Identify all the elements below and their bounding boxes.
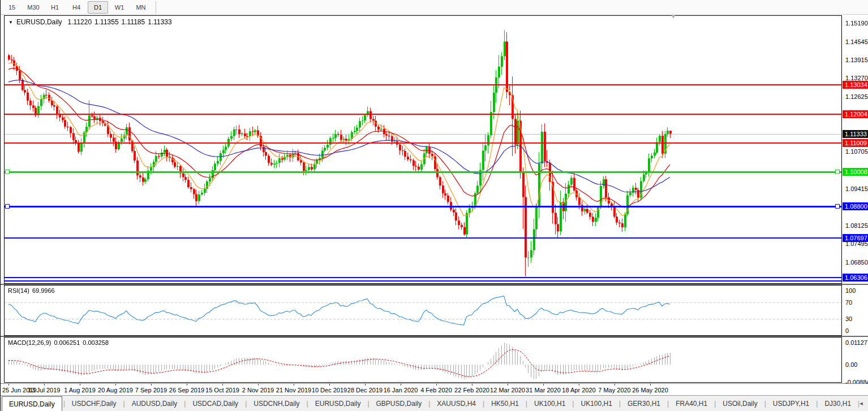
date-axis-label: 21 Nov 2019	[276, 387, 311, 393]
rsi-value: 69.9966	[32, 287, 55, 294]
chart-tab-usdchf-daily[interactable]: USDCHF,Daily	[65, 396, 123, 411]
chart-tab-ger30-h1[interactable]: GER30,H1	[621, 396, 667, 411]
rsi-header: RSI(14) 69.9966	[8, 287, 55, 294]
chart-tab-uk100-h1[interactable]: UK100,H1	[527, 396, 572, 411]
timeframe-button-M30[interactable]: M30	[23, 1, 44, 14]
rsi-chart-canvas[interactable]	[5, 285, 841, 335]
price-chart-pane: ▼ EURUSD,Daily 1.11220 1.11355 1.11185 1…	[4, 15, 842, 284]
rsi-axis-label: 30	[845, 315, 852, 322]
date-axis-label: 20 Aug 2019	[98, 387, 133, 393]
chart-tab-fra40-h1[interactable]: FRA40,H1	[669, 396, 714, 411]
chart-tab-xauusd-h4[interactable]: XAUUSD,H4	[430, 396, 483, 411]
tab-scroll-arrows: ◂▸	[860, 396, 868, 411]
macd-label: MACD(12,26,9)	[8, 339, 51, 346]
chart-tab-gbpusd-daily[interactable]: GBPUSD,Daily	[369, 396, 429, 411]
macd-main-value: 0.006251	[54, 339, 80, 346]
macd-header: MACD(12,26,9) 0.006251 0.003258	[8, 339, 109, 346]
price-axis-label: 1.06850	[845, 259, 868, 266]
date-axis-label: 12 Mar 2020	[490, 387, 525, 393]
ohlc-close: 1.11333	[148, 18, 172, 26]
rsi-axis-label: 70	[845, 299, 852, 306]
date-tick	[650, 384, 651, 386]
timeframe-button-MN[interactable]: MN	[131, 1, 151, 14]
chart-symbol-period: EURUSD,Daily	[16, 18, 62, 26]
date-axis-label: 4 Feb 2020	[420, 387, 452, 393]
rsi-axis-label: 0	[845, 327, 849, 334]
toolbar-separator	[156, 1, 156, 14]
timeframe-button-W1[interactable]: W1	[109, 1, 130, 14]
chart-tab-usoil-daily[interactable]: USOil,Daily	[716, 396, 764, 411]
date-axis-label: 7 Sep 2019	[135, 387, 167, 393]
mt4-window: 15M30H1H4D1W1MN ▼ EURUSD,Daily 1.11220 1…	[0, 0, 868, 411]
chart-tab-usdcad-daily[interactable]: USDCAD,Daily	[186, 396, 245, 411]
chart-title: ▼ EURUSD,Daily 1.11220 1.11355 1.11185 1…	[8, 18, 175, 26]
price-level-badge: 1.12004	[843, 110, 868, 118]
timeframe-button-D1[interactable]: D1	[88, 1, 108, 14]
macd-signal-value: 0.003258	[83, 339, 109, 346]
chart-tab-audusd-daily[interactable]: AUDUSD,Daily	[125, 396, 184, 411]
timeframe-buttons: 15M30H1H4D1W1MN	[1, 1, 152, 14]
chart-tab-eurusd-daily[interactable]: EURUSD,Daily	[308, 396, 368, 411]
timeframe-button-15[interactable]: 15	[2, 1, 22, 14]
chart-tab-eurusd-daily[interactable]: EURUSD,Daily	[2, 396, 62, 411]
date-axis-label: 28 Dec 2019	[347, 387, 383, 393]
date-axis-label: 26 May 2020	[632, 387, 668, 393]
date-tick	[543, 384, 544, 386]
date-tick	[615, 384, 615, 386]
date-tick	[80, 384, 80, 386]
price-level-badge: 1.11333	[843, 130, 868, 138]
ohlc-high: 1.11355	[94, 18, 119, 26]
date-tick	[579, 384, 579, 386]
date-axis-label: 1 Aug 2019	[64, 387, 96, 393]
chart-tab-hk50-h1[interactable]: HK50,H1	[484, 396, 526, 411]
rsi-pane: RSI(14) 69.9966	[4, 285, 842, 336]
date-axis-label: 31 Mar 2020	[526, 387, 561, 393]
chart-tab-dj30-h1[interactable]: DJ30,H1	[818, 396, 858, 411]
date-axis-label: 2 Nov 2019	[242, 387, 274, 393]
date-axis-label: 10 Dec 2019	[312, 387, 347, 393]
chart-shift-marker-icon: ▼	[671, 14, 676, 20]
chart-tab-usdcnh-daily[interactable]: USDCNH,Daily	[247, 396, 306, 411]
price-axis-label: 1.15190	[845, 20, 868, 27]
date-tick	[258, 384, 259, 386]
date-axis-label: 7 May 2020	[598, 387, 630, 393]
rsi-axis: 10070300	[843, 285, 868, 336]
price-axis-label: 1.08125	[845, 222, 868, 229]
date-axis-label: 15 Oct 2019	[205, 387, 239, 393]
ohlc-low: 1.11185	[122, 18, 145, 26]
date-axis: 25 Jun 201913 Jul 20191 Aug 201920 Aug 2…	[1, 383, 868, 395]
price-level-badge: 1.10008	[843, 168, 868, 176]
candlestick-chart-canvas[interactable]	[5, 16, 841, 283]
macd-axis-label: 0.00	[845, 361, 857, 368]
chart-tab-usdjpy-h1[interactable]: USDJPY,H1	[766, 396, 816, 411]
date-axis-label: 26 Sep 2019	[169, 387, 204, 393]
timeframe-button-H4[interactable]: H4	[66, 1, 87, 14]
date-axis-label: 13 Jul 2019	[28, 387, 61, 393]
chart-tab-uk100-h1[interactable]: UK100,H1	[574, 396, 618, 411]
date-tick	[294, 384, 294, 386]
date-axis-label: 22 Feb 2020	[454, 387, 489, 393]
ohlc-open: 1.11220	[68, 18, 92, 26]
date-tick	[365, 384, 366, 386]
date-tick	[508, 384, 508, 386]
date-axis-label: 16 Jan 2020	[384, 387, 418, 393]
date-tick	[472, 384, 472, 386]
price-level-badge: 1.08800	[843, 202, 868, 210]
date-tick	[329, 384, 330, 386]
price-axis-label: 1.13915	[845, 57, 868, 63]
dropdown-triangle-icon: ▼	[8, 20, 13, 25]
price-axis-label: 1.12625	[845, 93, 868, 100]
rsi-axis-label: 100	[845, 287, 856, 294]
date-tick	[401, 384, 401, 386]
tab-scroll-left-icon[interactable]: ◂	[860, 400, 863, 407]
price-level-badge: 1.13034	[843, 81, 868, 89]
price-level-badge: 1.07697	[843, 234, 868, 242]
rsi-label: RSI(14)	[8, 287, 29, 294]
date-tick	[151, 384, 152, 386]
macd-pane: MACD(12,26,9) 0.006251 0.003258	[4, 337, 842, 383]
timeframe-toolbar: 15M30H1H4D1W1MN	[1, 0, 868, 15]
price-axis: 1.151901.145451.139151.132701.126251.107…	[843, 15, 868, 284]
macd-chart-canvas[interactable]	[5, 338, 841, 382]
date-tick	[187, 384, 187, 386]
timeframe-button-H1[interactable]: H1	[45, 1, 65, 14]
